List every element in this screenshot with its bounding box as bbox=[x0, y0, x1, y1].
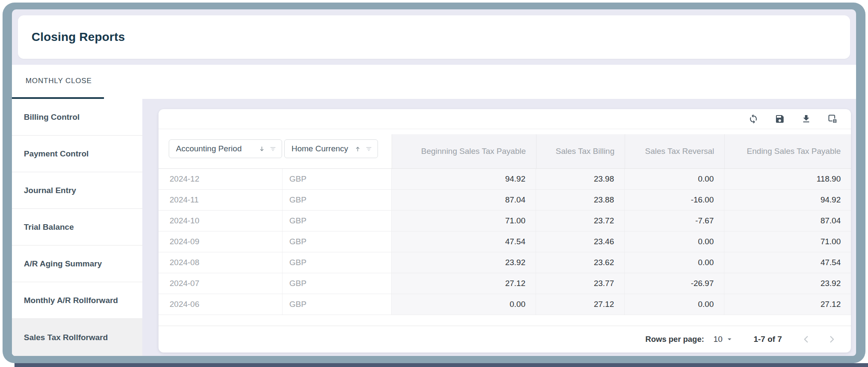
tab-label: MONTHLY CLOSE bbox=[26, 77, 92, 85]
table-header: Beginning Sales Tax Payable Sales Tax Bi… bbox=[159, 129, 851, 169]
background-window-strip bbox=[14, 363, 868, 367]
app-surface: Closing Reports MONTHLY CLOSE Billing Co… bbox=[12, 9, 856, 356]
cell-value: 118.90 bbox=[724, 169, 851, 189]
cell-value: -7.67 bbox=[625, 211, 724, 231]
refresh-button[interactable] bbox=[748, 113, 759, 124]
sidebar-item-label: Sales Tax Rollforward bbox=[24, 333, 108, 342]
sidebar-item-label: Monthly A/R Rollforward bbox=[24, 296, 118, 305]
numeric-header-band: Beginning Sales Tax Payable Sales Tax Bi… bbox=[392, 134, 851, 168]
cell-value: 23.72 bbox=[536, 211, 625, 231]
previous-page-button[interactable] bbox=[800, 333, 813, 346]
cell-value: 94.92 bbox=[392, 169, 536, 189]
table-body: 2024-12GBP94.9223.980.00118.902024-11GBP… bbox=[159, 169, 851, 315]
cell-home-currency: GBP bbox=[283, 294, 392, 315]
cell-home-currency: GBP bbox=[283, 231, 392, 252]
cell-accounting-period: 2024-06 bbox=[159, 294, 283, 315]
next-page-button[interactable] bbox=[825, 333, 838, 346]
sidebar-item-a-r-aging-summary[interactable]: A/R Aging Summary bbox=[12, 246, 142, 282]
cell-value: 47.54 bbox=[724, 252, 851, 273]
column-header-label: Sales Tax Reversal bbox=[645, 147, 714, 156]
cell-accounting-period: 2024-09 bbox=[159, 231, 283, 252]
sidebar-item-payment-control[interactable]: Payment Control bbox=[12, 136, 142, 172]
column-header-ending-sales-tax-payable[interactable]: Ending Sales Tax Payable bbox=[724, 134, 851, 168]
column-header-sales-tax-reversal[interactable]: Sales Tax Reversal bbox=[625, 134, 724, 168]
cell-value: 27.12 bbox=[536, 294, 625, 315]
cell-value: 94.92 bbox=[724, 190, 851, 210]
chevron-left-icon bbox=[801, 334, 812, 345]
column-header-home-currency[interactable]: Home Currency bbox=[284, 139, 378, 158]
tab-monthly-close[interactable]: MONTHLY CLOSE bbox=[12, 65, 104, 99]
cell-value: 87.04 bbox=[724, 211, 851, 231]
refresh-icon bbox=[748, 114, 758, 124]
chevron-down-icon bbox=[725, 335, 734, 344]
cell-value: 27.12 bbox=[724, 294, 851, 315]
sidebar-item-journal-entry[interactable]: Journal Entry bbox=[12, 172, 142, 209]
cell-home-currency: GBP bbox=[283, 190, 392, 210]
table-toolbar bbox=[159, 109, 851, 129]
rows-per-page-select[interactable]: 10 bbox=[713, 335, 734, 344]
cell-accounting-period: 2024-07 bbox=[159, 273, 283, 294]
table-row[interactable]: 2024-10GBP71.0023.72-7.6787.04 bbox=[159, 211, 851, 231]
cell-value: 23.46 bbox=[536, 231, 625, 252]
table-row[interactable]: 2024-11GBP87.0423.88-16.0094.92 bbox=[159, 190, 851, 211]
sort-desc-icon bbox=[258, 145, 265, 153]
table-view-icon bbox=[828, 114, 838, 124]
rows-per-page-label: Rows per page: bbox=[646, 335, 704, 344]
table-row[interactable]: 2024-06GBP0.0027.120.0027.12 bbox=[159, 294, 851, 315]
column-header-sales-tax-billing[interactable]: Sales Tax Billing bbox=[536, 134, 625, 168]
filter-icon[interactable] bbox=[269, 145, 277, 153]
cell-value: 71.00 bbox=[724, 231, 851, 252]
sidebar-item-billing-control[interactable]: Billing Control bbox=[12, 99, 142, 136]
cell-value: 0.00 bbox=[625, 294, 724, 315]
download-button[interactable] bbox=[801, 113, 812, 124]
cell-value: 0.00 bbox=[625, 231, 724, 252]
sidebar-item-trial-balance[interactable]: Trial Balance bbox=[12, 209, 142, 246]
sidebar-item-label: A/R Aging Summary bbox=[24, 259, 102, 269]
column-header-accounting-period[interactable]: Accounting Period bbox=[169, 139, 282, 158]
cell-value: 23.88 bbox=[536, 190, 625, 210]
save-button[interactable] bbox=[774, 113, 785, 124]
column-header-label: Ending Sales Tax Payable bbox=[747, 147, 841, 156]
cell-value: 47.54 bbox=[392, 231, 536, 252]
sort-asc-icon bbox=[354, 145, 361, 153]
sidebar-item-label: Journal Entry bbox=[24, 186, 76, 195]
chevron-right-icon bbox=[826, 334, 837, 345]
sidebar-item-monthly-a-r-rollforward[interactable]: Monthly A/R Rollforward bbox=[12, 282, 142, 319]
cell-value: -26.97 bbox=[625, 273, 724, 294]
cell-value: 23.92 bbox=[392, 252, 536, 273]
cell-value: 23.98 bbox=[536, 169, 625, 189]
rows-per-page-value: 10 bbox=[713, 335, 722, 344]
cell-value: -16.00 bbox=[625, 190, 724, 210]
sidebar-item-label: Billing Control bbox=[24, 113, 80, 122]
cell-value: 27.12 bbox=[392, 273, 536, 294]
column-header-beginning-sales-tax-payable[interactable]: Beginning Sales Tax Payable bbox=[392, 134, 536, 168]
cell-home-currency: GBP bbox=[283, 273, 392, 294]
cell-accounting-period: 2024-11 bbox=[159, 190, 283, 210]
cell-value: 71.00 bbox=[392, 211, 536, 231]
page-header-card: Closing Reports bbox=[18, 15, 850, 59]
page-title: Closing Reports bbox=[32, 30, 125, 44]
table-view-button[interactable] bbox=[827, 113, 838, 124]
table-row[interactable]: 2024-08GBP23.9223.620.0047.54 bbox=[159, 252, 851, 273]
cell-value: 23.92 bbox=[724, 273, 851, 294]
table-row[interactable]: 2024-09GBP47.5423.460.0071.00 bbox=[159, 231, 851, 252]
column-header-label: Sales Tax Billing bbox=[556, 147, 614, 156]
download-icon bbox=[801, 114, 811, 124]
cell-home-currency: GBP bbox=[283, 169, 392, 189]
sidebar-item-label: Trial Balance bbox=[24, 223, 74, 232]
column-header-label: Home Currency bbox=[291, 144, 350, 153]
table-row[interactable]: 2024-12GBP94.9223.980.00118.90 bbox=[159, 169, 851, 190]
filter-icon[interactable] bbox=[365, 145, 372, 153]
sidebar-item-label: Payment Control bbox=[24, 149, 89, 159]
cell-value: 87.04 bbox=[392, 190, 536, 210]
pagination-range-label: 1-7 of 7 bbox=[753, 335, 782, 344]
table-row[interactable]: 2024-07GBP27.1223.77-26.9723.92 bbox=[159, 273, 851, 294]
cell-value: 0.00 bbox=[625, 252, 724, 273]
sidebar-item-sales-tax-rollforward[interactable]: Sales Tax Rollforward bbox=[12, 319, 142, 356]
cell-value: 0.00 bbox=[625, 169, 724, 189]
cell-accounting-period: 2024-10 bbox=[159, 211, 283, 231]
cell-value: 0.00 bbox=[392, 294, 536, 315]
cell-value: 23.62 bbox=[536, 252, 625, 273]
column-header-label: Accounting Period bbox=[176, 144, 254, 153]
cell-home-currency: GBP bbox=[283, 211, 392, 231]
